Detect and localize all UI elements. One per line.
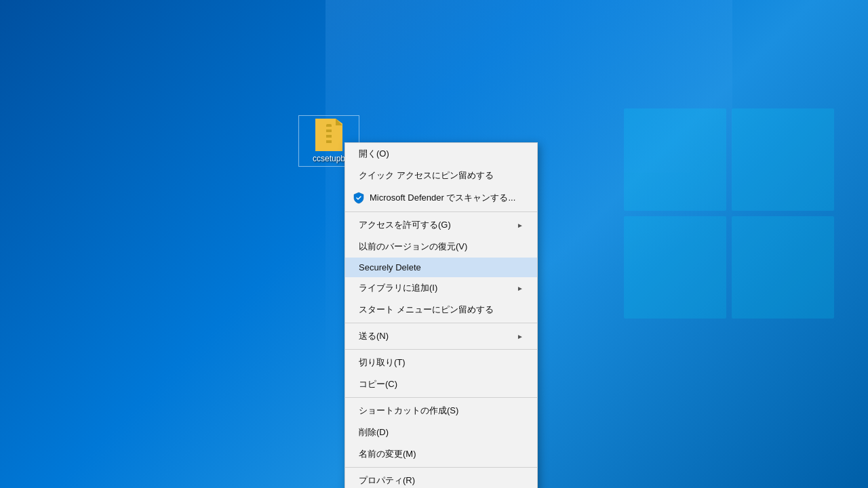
context-menu-item-open[interactable]: 開く(O) — [345, 143, 537, 165]
context-menu-item-copy[interactable]: コピー(C) — [345, 373, 537, 395]
separator-2 — [345, 323, 537, 323]
desktop: ccsetupb 開く(O) クイック アクセスにピン留めする Microsof… — [0, 0, 868, 488]
context-menu-item-create-shortcut[interactable]: ショートカットの作成(S) — [345, 400, 537, 422]
windows-logo-large — [624, 108, 834, 319]
context-menu-item-defender-scan[interactable]: Microsoft Defender でスキャンする... — [345, 186, 537, 209]
separator-4 — [345, 397, 537, 398]
context-menu-item-securely-delete[interactable]: Securely Delete — [345, 258, 537, 277]
context-menu-item-restore-previous[interactable]: 以前のバージョンの復元(V) — [345, 236, 537, 258]
separator-3 — [345, 349, 537, 350]
submenu-arrow-send-to: ► — [517, 333, 524, 340]
context-menu-item-rename[interactable]: 名前の変更(M) — [345, 443, 537, 465]
context-menu: 開く(O) クイック アクセスにピン留めする Microsoft Defende… — [344, 142, 538, 488]
file-icon-image — [313, 119, 345, 151]
file-icon-label: ccsetupb — [313, 154, 345, 163]
defender-shield-icon — [352, 191, 366, 205]
context-menu-item-delete[interactable]: 削除(D) — [345, 422, 537, 443]
context-menu-item-cut[interactable]: 切り取り(T) — [345, 352, 537, 373]
context-menu-item-add-library[interactable]: ライブラリに追加(I) ► — [345, 277, 537, 299]
submenu-arrow-library: ► — [517, 285, 524, 292]
context-menu-item-properties[interactable]: プロパティ(R) — [345, 470, 537, 488]
context-menu-item-quick-access[interactable]: クイック アクセスにピン留めする — [345, 165, 537, 186]
submenu-arrow-grant-access: ► — [517, 222, 524, 229]
context-menu-item-send-to[interactable]: 送る(N) ► — [345, 325, 537, 347]
separator-5 — [345, 467, 537, 468]
context-menu-item-grant-access[interactable]: アクセスを許可する(G) ► — [345, 214, 537, 236]
separator-1 — [345, 211, 537, 212]
context-menu-item-pin-start[interactable]: スタート メニューにピン留めする — [345, 299, 537, 321]
